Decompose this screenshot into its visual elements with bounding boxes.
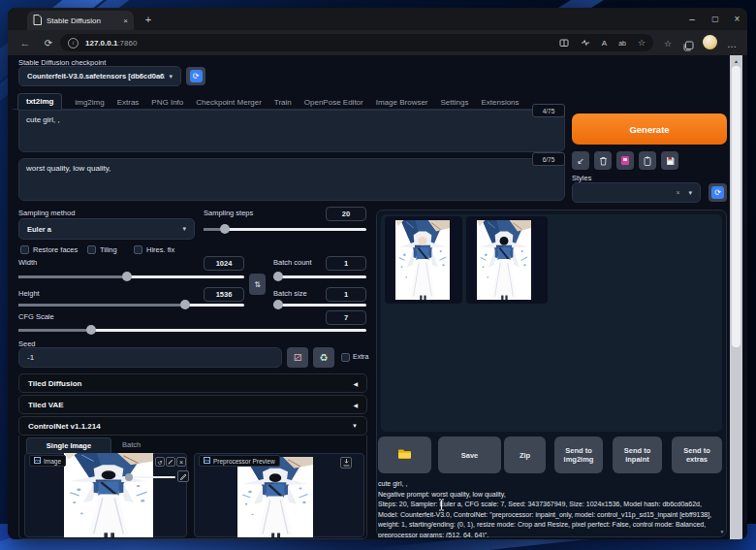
refresh-icon[interactable]: ⟳: [41, 33, 56, 52]
split-screen-icon[interactable]: [559, 34, 569, 51]
controlnet-input-image[interactable]: [64, 453, 153, 537]
browser-essentials-icon[interactable]: [581, 34, 590, 51]
tab-close-icon[interactable]: ×: [123, 16, 128, 25]
chevron-left-icon: ◀: [353, 402, 358, 408]
hires-fix-checkbox[interactable]: [134, 245, 142, 254]
tab-extras[interactable]: Extras: [117, 95, 140, 111]
checkpoint-refresh-button[interactable]: ⟳: [186, 67, 205, 85]
sampling-method-label: Sampling method: [18, 209, 75, 217]
image-chip-label: Image: [44, 458, 61, 465]
negative-prompt-textarea[interactable]: worst quality, low quality,: [18, 158, 565, 201]
translate-icon[interactable]: ab: [618, 40, 626, 47]
seed-extra-checkbox[interactable]: [341, 353, 350, 362]
batch-size-value[interactable]: 1: [326, 287, 366, 302]
scrollbar-up-icon[interactable]: ▲: [732, 56, 740, 65]
apply-styles-button[interactable]: [639, 151, 656, 170]
new-tab-button[interactable]: +: [142, 12, 155, 27]
site-info-icon[interactable]: i: [68, 38, 79, 49]
send-to-img2img-button[interactable]: Send to img2img: [554, 437, 603, 473]
read-aloud-icon[interactable]: A: [602, 39, 607, 48]
window-close-button[interactable]: ×: [727, 8, 747, 29]
undo-icon[interactable]: ↺: [155, 457, 165, 467]
sampling-steps-value[interactable]: 20: [326, 207, 366, 221]
clear-styles-icon[interactable]: ×: [676, 189, 679, 196]
checkpoint-dropdown[interactable]: Counterfeit-V3.0.safetensors [db6cd0a62d…: [18, 66, 181, 86]
width-value[interactable]: 1024: [204, 256, 244, 271]
sampling-method-value: Euler a: [27, 225, 178, 234]
profile-avatar[interactable]: [703, 35, 717, 49]
floppy-save-icon: [666, 152, 675, 170]
desktop: Stable Diffusion × + – ▢ × ← ⟳ i 127.0.0…: [0, 0, 756, 550]
controlnet-tab-batch[interactable]: Batch: [122, 440, 141, 449]
more-menu-icon[interactable]: …: [725, 36, 739, 51]
styles-refresh-button[interactable]: ⟳: [709, 183, 727, 202]
batch-count-label: Batch count: [273, 258, 312, 267]
page-scrollbar-thumb[interactable]: [732, 66, 740, 347]
batch-label: Batch: [122, 440, 141, 449]
tab-settings[interactable]: Settings: [441, 95, 469, 111]
seed-input[interactable]: -1: [18, 347, 282, 368]
reuse-seed-button[interactable]: ♻: [313, 347, 334, 368]
brush-icon[interactable]: [177, 470, 189, 482]
trash-icon: [599, 152, 608, 170]
tab-img2img[interactable]: img2img: [75, 95, 104, 111]
favorite-star-icon[interactable]: ☆: [638, 38, 646, 48]
download-icon[interactable]: [340, 457, 352, 469]
collections-icon[interactable]: [683, 38, 694, 55]
gallery-image-2[interactable]: [477, 220, 531, 300]
save-style-button[interactable]: [661, 151, 678, 170]
gallery-image-1[interactable]: [395, 220, 450, 300]
favicon-document-icon: [33, 12, 42, 29]
brush-size-slider[interactable]: [123, 474, 175, 481]
tab-train[interactable]: Train: [274, 95, 292, 111]
favorites-bar-icon[interactable]: ☆: [661, 36, 675, 51]
clear-prompt-button[interactable]: [594, 151, 612, 170]
controlnet-tab-single-image[interactable]: Single Image: [26, 437, 111, 453]
width-slider[interactable]: [18, 273, 244, 281]
tab-png-info[interactable]: PNG Info: [151, 95, 183, 111]
edit-pencil-icon[interactable]: [166, 457, 175, 467]
tab-checkpoint-merger[interactable]: Checkpoint Merger: [196, 95, 262, 111]
tiling-checkbox[interactable]: [87, 245, 96, 254]
paste-params-button[interactable]: ↙: [572, 151, 589, 170]
zip-button[interactable]: Zip: [504, 437, 546, 473]
height-slider[interactable]: [18, 301, 244, 309]
generate-button[interactable]: Generate: [572, 113, 727, 145]
back-icon[interactable]: ←: [17, 33, 33, 52]
swap-dimensions-button[interactable]: ⇅: [249, 274, 266, 295]
window-minimize-button[interactable]: –: [680, 8, 704, 29]
address-bar[interactable]: i 127.0.0.1 :7860 A ab ☆: [60, 34, 653, 51]
height-value[interactable]: 1536: [204, 287, 244, 302]
sampling-method-dropdown[interactable]: Euler a ▾: [18, 218, 195, 240]
window-maximize-button[interactable]: ▢: [704, 8, 727, 29]
batch-count-value[interactable]: 1: [326, 256, 366, 271]
chevron-down-icon: ▾: [169, 73, 173, 81]
prompt-textarea[interactable]: cute girl, ,: [18, 110, 565, 152]
batch-size-slider[interactable]: [273, 301, 366, 309]
send-to-inpaint-button[interactable]: Send to inpaint: [613, 437, 662, 473]
styles-dropdown[interactable]: × ▾: [572, 182, 701, 203]
browser-tabbar: Stable Diffusion × + – ▢ ×: [8, 8, 747, 30]
tab-title: Stable Diffusion: [47, 16, 118, 25]
extra-networks-button[interactable]: [616, 151, 634, 170]
remove-image-icon[interactable]: ×: [176, 457, 186, 467]
tiled-diffusion-accordion[interactable]: Tiled Diffusion ◀: [18, 373, 367, 393]
restore-faces-checkbox[interactable]: [20, 245, 29, 254]
cfg-scale-slider[interactable]: [18, 326, 366, 335]
send-to-extras-button[interactable]: Send to extras: [672, 437, 722, 473]
open-folder-button[interactable]: [378, 437, 431, 473]
save-button[interactable]: Save: [438, 437, 501, 473]
batch-count-slider[interactable]: [273, 273, 366, 281]
browser-tab[interactable]: Stable Diffusion ×: [27, 11, 134, 30]
cfg-scale-value[interactable]: 7: [326, 310, 366, 325]
chevron-left-icon: ◀: [353, 380, 358, 387]
random-seed-button[interactable]: ⚂: [287, 347, 308, 368]
sampling-steps-slider[interactable]: [204, 225, 366, 234]
tab-txt2img[interactable]: txt2img: [17, 93, 62, 111]
tiled-vae-accordion[interactable]: Tiled VAE ◀: [18, 395, 367, 414]
tab-image-browser[interactable]: Image Browser: [376, 95, 428, 111]
tab-extensions[interactable]: Extensions: [481, 95, 519, 111]
tab-openpose-editor[interactable]: OpenPose Editor: [304, 95, 363, 111]
controlnet-accordion[interactable]: ControlNet v1.1.214 ▼: [18, 416, 367, 436]
info-scroll-down-icon[interactable]: ▼: [718, 528, 726, 535]
